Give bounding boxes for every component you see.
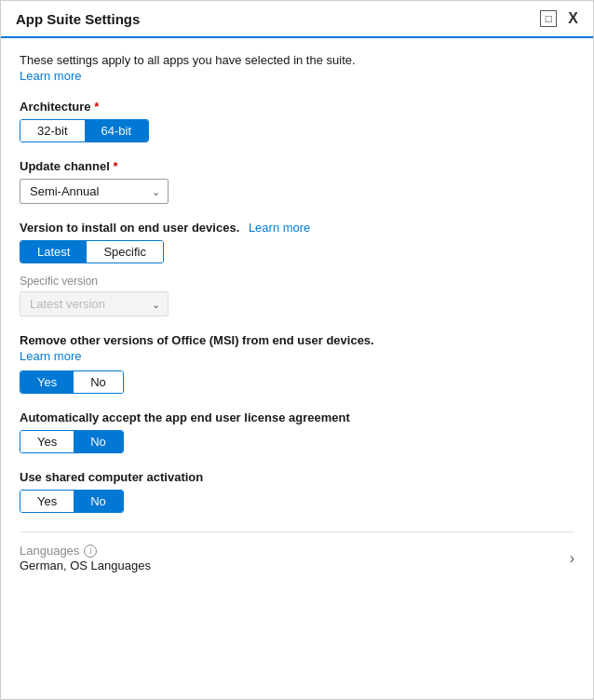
specific-version-select-wrapper: Latest version ⌄ (20, 291, 169, 316)
remove-office-no-button[interactable]: No (74, 371, 123, 393)
languages-row[interactable]: Languages i German, OS Languages › (20, 532, 574, 572)
version-install-section: Version to install on end user devices. … (20, 221, 574, 316)
update-channel-required: * (113, 159, 117, 173)
languages-chevron-right-icon: › (570, 550, 574, 567)
version-latest-button[interactable]: Latest (20, 241, 87, 262)
languages-left: Languages i German, OS Languages (20, 544, 151, 572)
title-bar: App Suite Settings □ X (1, 1, 593, 38)
shared-computer-toggle-group: Yes No (20, 490, 124, 513)
version-toggle-group: Latest Specific (20, 240, 164, 263)
auto-accept-eula-yes-button[interactable]: Yes (20, 431, 74, 452)
intro-text: These settings apply to all apps you hav… (20, 53, 574, 67)
shared-computer-no-button[interactable]: No (74, 491, 123, 512)
shared-computer-label: Use shared computer activation (20, 470, 574, 484)
shared-computer-yes-button[interactable]: Yes (20, 491, 74, 512)
architecture-required: * (94, 100, 99, 114)
version-install-learn-more-link[interactable]: Learn more (249, 221, 310, 235)
intro-learn-more-link[interactable]: Learn more (20, 69, 81, 83)
title-bar-controls: □ X (540, 10, 578, 27)
auto-accept-eula-section: Automatically accept the app end user li… (20, 411, 574, 453)
auto-accept-eula-toggle-group: Yes No (20, 430, 124, 453)
languages-title: Languages i (20, 544, 151, 558)
architecture-toggle-group: 32-bit 64-bit (20, 119, 149, 142)
version-specific-button[interactable]: Specific (87, 241, 163, 262)
version-install-label: Version to install on end user devices. … (20, 221, 574, 235)
architecture-label: Architecture * (20, 100, 574, 114)
remove-office-learn-more-link[interactable]: Learn more (20, 349, 574, 363)
languages-value: German, OS Languages (20, 559, 151, 572)
auto-accept-eula-no-button[interactable]: No (74, 431, 123, 452)
specific-version-label: Specific version (20, 275, 574, 288)
close-button[interactable]: X (568, 10, 578, 27)
languages-info-icon: i (84, 545, 97, 558)
update-channel-select-wrapper: Semi-Annual Current Monthly Enterprise ⌄ (20, 179, 169, 204)
settings-content: These settings apply to all apps you hav… (1, 38, 593, 591)
remove-office-label: Remove other versions of Office (MSI) fr… (20, 333, 574, 347)
update-channel-label: Update channel * (20, 159, 574, 173)
architecture-section: Architecture * 32-bit 64-bit (20, 100, 574, 142)
remove-office-yes-button[interactable]: Yes (20, 371, 74, 393)
auto-accept-eula-label: Automatically accept the app end user li… (20, 411, 574, 424)
minimize-button[interactable]: □ (540, 10, 557, 27)
window-title: App Suite Settings (16, 11, 140, 27)
architecture-64bit-button[interactable]: 64-bit (85, 120, 149, 141)
update-channel-select[interactable]: Semi-Annual Current Monthly Enterprise (20, 179, 169, 204)
shared-computer-section: Use shared computer activation Yes No (20, 470, 574, 513)
remove-office-toggle-group: Yes No (20, 370, 124, 394)
architecture-32bit-button[interactable]: 32-bit (20, 120, 85, 141)
remove-office-section: Remove other versions of Office (MSI) fr… (20, 333, 574, 394)
specific-version-select[interactable]: Latest version (20, 291, 169, 316)
intro-section: These settings apply to all apps you hav… (20, 53, 574, 83)
update-channel-section: Update channel * Semi-Annual Current Mon… (20, 159, 574, 204)
app-suite-settings-window: App Suite Settings □ X These settings ap… (0, 0, 594, 700)
